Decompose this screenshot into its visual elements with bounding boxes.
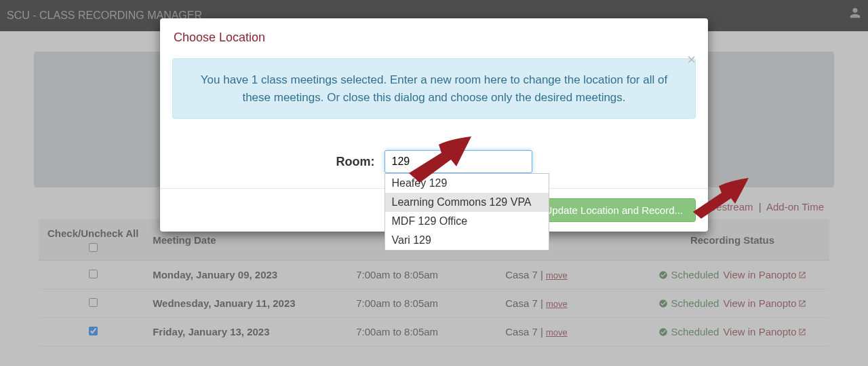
modal-title: Choose Location bbox=[174, 31, 694, 45]
autocomplete-item[interactable]: Vari 129 bbox=[385, 231, 549, 250]
autocomplete-item[interactable]: MDF 129 Office bbox=[385, 212, 549, 231]
location-modal: Choose Location × You have 1 class meeti… bbox=[160, 18, 708, 232]
room-label: Room: bbox=[336, 155, 375, 169]
update-location-button[interactable]: Update Location and Record... bbox=[532, 198, 696, 222]
close-icon[interactable]: × bbox=[687, 51, 696, 69]
modal-info: You have 1 class meetings selected. Ente… bbox=[172, 58, 696, 119]
annotation-arrow-icon bbox=[409, 134, 474, 188]
annotation-arrow-icon bbox=[693, 177, 751, 224]
autocomplete-item[interactable]: Learning Commons 129 VPA bbox=[385, 193, 549, 212]
